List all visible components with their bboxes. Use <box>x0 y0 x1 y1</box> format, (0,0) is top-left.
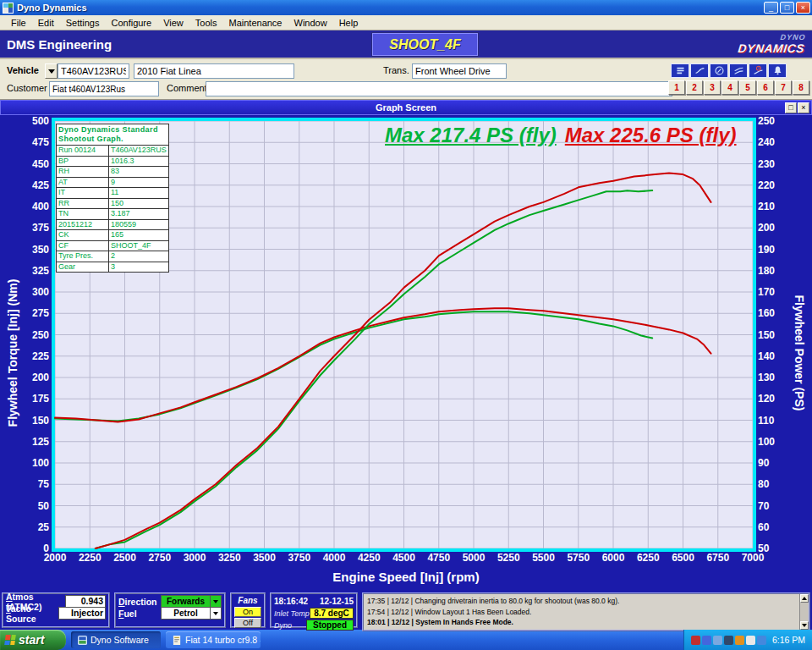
menu-file[interactable]: File <box>5 17 32 29</box>
preset-button-1[interactable]: 1 <box>668 80 685 95</box>
curves-icon-button[interactable] <box>729 63 748 78</box>
x-tick-label: 2500 <box>107 552 144 564</box>
preset-button-2[interactable]: 2 <box>686 80 703 95</box>
fuel-select[interactable]: Petrol <box>161 607 222 620</box>
system-tray: 6:16 PM <box>683 630 812 650</box>
scroll-down-button[interactable] <box>800 621 809 630</box>
pie-icon[interactable] <box>713 636 722 645</box>
tacho-source-value: Injector <box>58 607 106 620</box>
shootout-mode-button[interactable]: SHOOT_4F <box>372 33 478 56</box>
fuel-label: Fuel <box>118 609 137 619</box>
task-dyno-software[interactable]: Dyno Software <box>71 631 161 648</box>
update-icon[interactable] <box>724 636 733 645</box>
speaker-icon[interactable] <box>735 636 744 645</box>
right-tick-label: 180 <box>758 265 788 277</box>
restore-icon[interactable]: □ <box>785 102 797 113</box>
legend-row: TN3.187 <box>57 209 169 220</box>
vehicle-id-input[interactable] <box>58 63 129 79</box>
graph-screen: 2000225025002750300032503500375040004250… <box>0 115 812 591</box>
vehicle-desc-input[interactable] <box>134 63 294 79</box>
customer-input[interactable] <box>49 81 159 96</box>
right-tick-label: 250 <box>758 115 788 127</box>
curve-icon <box>694 65 706 76</box>
preset-button-3[interactable]: 3 <box>704 80 721 95</box>
preset-button-6[interactable]: 6 <box>757 80 774 95</box>
task-fiat-document[interactable]: Fiat 14 turbo cr9.8 - ... <box>166 631 261 648</box>
legend-header-row: Dyno Dynamics Standard Shootout Graph. <box>57 124 169 146</box>
log-line: 18:01 | 12/12 | System In Hands Free Mod… <box>367 617 796 628</box>
menu-settings[interactable]: Settings <box>60 17 106 29</box>
graph-window-controls: □× <box>785 102 809 113</box>
fans-on-button[interactable]: On <box>234 607 261 617</box>
x-tick-label: 6000 <box>595 552 632 564</box>
preset-button-4[interactable]: 4 <box>721 80 738 95</box>
vehicle-dropdown-button[interactable] <box>45 63 58 79</box>
display-icon[interactable] <box>757 636 766 645</box>
legend-value: 150 <box>109 198 169 209</box>
direction-select[interactable]: Forwards <box>161 595 222 608</box>
menu-maintenance[interactable]: Maintenance <box>223 17 288 29</box>
menu-edit[interactable]: Edit <box>32 17 60 29</box>
taskbar: start Dyno Software Fiat 14 turbo cr9.8 … <box>0 630 812 650</box>
restore-icon[interactable]: □ <box>780 2 794 14</box>
clock-icon[interactable] <box>746 636 755 645</box>
curves-icon <box>732 65 745 76</box>
fans-off-button[interactable]: Off <box>234 618 261 628</box>
minimize-icon[interactable]: _ <box>764 2 778 14</box>
log-line: 17:54 | 12/12 | Window Layout 1 Has Been… <box>367 607 796 618</box>
menu-window[interactable]: Window <box>288 17 333 29</box>
arrow-up-icon <box>802 597 807 600</box>
legend-row: CK165 <box>57 230 169 241</box>
direction-fuel-panel: Direction Forwards Fuel Petrol <box>114 592 226 628</box>
menu-help[interactable]: Help <box>333 17 365 29</box>
legend-key: CF <box>57 240 109 251</box>
x-tick-label: 5250 <box>490 552 527 564</box>
list-icon-button[interactable] <box>671 63 689 78</box>
x-tick-label: 5500 <box>525 552 562 564</box>
inlet-temp-label: Inlet Temp <box>274 609 310 618</box>
fiat-document-icon <box>173 636 182 645</box>
legend-row: 20151212180559 <box>57 219 169 230</box>
bell-icon-button[interactable] <box>768 63 787 78</box>
run-info-legend: Dyno Dynamics Standard Shootout Graph.Ru… <box>56 124 169 273</box>
x-tick-label: 4750 <box>420 552 458 564</box>
tray-icons <box>689 635 766 646</box>
right-tick-label: 80 <box>758 478 788 490</box>
legend-key: IT <box>57 188 109 199</box>
legend-key: RH <box>57 167 109 178</box>
gauge-icon-button[interactable] <box>710 63 728 78</box>
log-scrollbar[interactable] <box>799 594 809 630</box>
legend-row: BP1016.3 <box>57 156 169 167</box>
atmos-value: 0.943 <box>65 595 106 608</box>
fans-label: Fans <box>234 596 261 606</box>
left-axis-title: Flywheel Torque [Inj] (Nm) <box>0 115 25 591</box>
comment-input[interactable] <box>206 81 672 96</box>
x-tick-label: 3500 <box>246 552 283 564</box>
close-icon[interactable]: × <box>798 102 809 113</box>
right-tick-label: 170 <box>758 286 788 298</box>
preset-button-8[interactable]: 8 <box>793 80 809 95</box>
legend-key: CK <box>57 230 109 241</box>
menu-configure[interactable]: Configure <box>105 17 157 29</box>
legend-key: TN <box>57 209 109 220</box>
max-power-green: Max 217.4 PS (fly) <box>385 124 557 146</box>
company-name: DMS Engineering <box>7 37 112 52</box>
direction-label: Direction <box>118 597 157 607</box>
preset-button-5[interactable]: 5 <box>739 80 756 95</box>
legend-key: AT <box>57 177 109 188</box>
close-icon[interactable]: × <box>796 2 810 14</box>
scroll-up-button[interactable] <box>800 594 809 603</box>
timer-curve-icon-button[interactable] <box>749 63 767 78</box>
shield-icon[interactable] <box>691 636 700 645</box>
preset-button-7[interactable]: 7 <box>775 80 792 95</box>
curve-icon-button[interactable] <box>690 63 709 78</box>
right-tick-label: 50 <box>758 543 788 554</box>
right-tick-label: 70 <box>758 500 788 512</box>
messenger-icon[interactable] <box>702 636 711 645</box>
menu-tools[interactable]: Tools <box>189 17 223 29</box>
right-tick-label: 60 <box>758 521 788 533</box>
trans-input[interactable] <box>412 63 507 79</box>
start-button[interactable]: start <box>0 630 66 650</box>
menu-view[interactable]: View <box>157 17 189 29</box>
logo-top-text: DYNO <box>739 33 807 41</box>
